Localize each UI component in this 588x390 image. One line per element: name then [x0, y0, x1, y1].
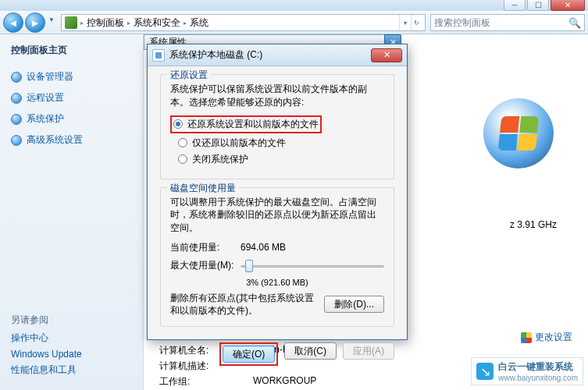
max-usage-label: 最大使用量(M): [170, 259, 241, 272]
watermark-icon: ↘ [476, 363, 494, 380]
close-button[interactable]: ✕ [551, 0, 585, 11]
sidebar-link-protection[interactable]: 系统保护 [11, 112, 132, 126]
link-label: 更改设置 [535, 331, 572, 344]
minimize-button[interactable]: ─ [504, 0, 526, 11]
max-usage-slider[interactable] [241, 259, 384, 273]
delete-description: 删除所有还原点(其中包括系统设置和以前版本的文件)。 [170, 292, 318, 317]
sidebar-footer-heading: 另请参阅 [11, 314, 132, 327]
dialog-close-button[interactable]: ✕ [371, 48, 402, 62]
info-value: WORKGROUP [253, 375, 316, 388]
radio-icon [173, 119, 183, 129]
info-label: 工作组: [159, 375, 253, 388]
refresh-button[interactable]: ↻ [411, 15, 422, 30]
sidebar-link-label: 远程设置 [27, 91, 64, 105]
back-button[interactable]: ◄ [3, 12, 23, 33]
group-description: 可以调整用于系统保护的最大磁盘空间。占满空间时，系统将删除较旧的还原点以便为新还… [170, 196, 384, 235]
radio-label: 仅还原以前版本的文件 [192, 136, 286, 150]
sidebar-link-label: 性能信息和工具 [11, 363, 77, 377]
radio-label: 还原系统设置和以前版本的文件 [187, 118, 319, 131]
shield-icon [11, 114, 22, 125]
forward-button[interactable]: ► [25, 12, 45, 33]
ok-button[interactable]: 确定(O) [223, 346, 275, 363]
change-settings-link[interactable]: 更改设置 [521, 331, 572, 344]
slider-thumb[interactable] [245, 260, 253, 272]
slider-caption: 3% (921.60 MB) [170, 278, 384, 287]
radio-disable-protection[interactable]: 关闭系统保护 [178, 153, 384, 166]
watermark-url: www.baiyunxitong.com [498, 374, 578, 382]
dialog-title-label: 系统保护本地磁盘 (C:) [169, 48, 262, 62]
protection-dialog: 系统保护本地磁盘 (C:) ✕ 还原设置 系统保护可以保留系统设置和以前文件版本… [147, 44, 408, 340]
uac-shield-icon [521, 332, 532, 343]
watermark-brand: 白云一键重装系统 [498, 360, 578, 374]
restore-settings-group: 还原设置 系统保护可以保留系统设置和以前文件版本的副本。选择您希望能够还原的内容… [160, 74, 394, 179]
sidebar-footer-windows-update[interactable]: Windows Update [11, 349, 132, 360]
sidebar-footer-perf-info[interactable]: 性能信息和工具 [11, 363, 132, 377]
disk-usage-group: 磁盘空间使用量 可以调整用于系统保护的最大磁盘空间。占满空间时，系统将删除较旧的… [160, 187, 394, 328]
cancel-button[interactable]: 取消(C) [284, 342, 337, 360]
breadcrumb-item[interactable]: 系统和安全 [134, 16, 180, 30]
highlight-box: 确定(O) [219, 342, 278, 366]
group-legend: 还原设置 [167, 69, 211, 82]
sidebar-link-label: 设备管理器 [27, 70, 73, 83]
cpu-ghz-text: z 3.91 GHz [510, 219, 557, 230]
sidebar-link-label: Windows Update [11, 349, 82, 360]
search-icon: 🔍 [568, 17, 581, 29]
radio-label: 关闭系统保护 [192, 153, 248, 166]
windows-logo [483, 98, 554, 168]
dialog-titlebar[interactable]: 系统保护本地磁盘 (C:) ✕ [148, 44, 407, 66]
sidebar-link-remote[interactable]: 远程设置 [11, 91, 132, 105]
window-titlebar: ─ ☐ ✕ [0, 0, 588, 11]
shield-icon [11, 93, 22, 104]
sidebar-footer-action-center[interactable]: 操作中心 [11, 332, 132, 345]
sidebar-link-label: 系统保护 [27, 112, 64, 126]
chevron-right-icon: ▸ [184, 20, 187, 27]
shield-icon [11, 135, 22, 146]
watermark: ↘ 白云一键重装系统 www.baiyunxitong.com [471, 357, 583, 385]
maximize-button[interactable]: ☐ [527, 0, 549, 11]
sidebar-link-label: 操作中心 [11, 332, 48, 345]
current-usage-label: 当前使用量: [170, 241, 241, 254]
shield-icon [11, 72, 22, 83]
apply-button: 应用(A) [343, 342, 394, 360]
breadcrumb[interactable]: ▸ 控制面板 ▸ 系统和安全 ▸ 系统 ▾ ↻ [61, 14, 426, 31]
radio-icon [178, 154, 187, 164]
control-panel-icon [65, 16, 77, 29]
breadcrumb-dropdown[interactable]: ▾ [399, 15, 410, 30]
dialog-button-row: 确定(O) 取消(C) 应用(A) [148, 342, 407, 375]
slider-track [241, 265, 384, 268]
radio-icon [178, 138, 187, 147]
chevron-right-icon: ▸ [80, 20, 84, 27]
radio-restore-all[interactable]: 还原系统设置和以前版本的文件 [173, 118, 319, 131]
radio-restore-files[interactable]: 仅还原以前版本的文件 [178, 136, 384, 150]
search-input[interactable]: 搜索控制面板 🔍 [430, 14, 585, 31]
current-usage-value: 694.06 MB [241, 242, 286, 253]
group-description: 系统保护可以保留系统设置和以前文件版本的副本。选择您希望能够还原的内容: [170, 83, 384, 109]
sidebar-link-advanced[interactable]: 高级系统设置 [11, 133, 132, 147]
search-placeholder: 搜索控制面板 [434, 16, 490, 30]
breadcrumb-item[interactable]: 系统 [190, 16, 208, 30]
highlight-box: 还原系统设置和以前版本的文件 [170, 115, 322, 133]
explorer-toolbar: ◄ ► ▼ ▸ 控制面板 ▸ 系统和安全 ▸ 系统 ▾ ↻ 搜索控制面板 🔍 [0, 11, 588, 34]
sidebar: 控制面板主页 设备管理器 远程设置 系统保护 高级系统设置 另请参阅 操作中心 … [0, 34, 144, 390]
sidebar-title: 控制面板主页 [11, 44, 132, 57]
sidebar-link-device-manager[interactable]: 设备管理器 [11, 70, 132, 83]
breadcrumb-item[interactable]: 控制面板 [87, 16, 124, 30]
group-legend: 磁盘空间使用量 [167, 182, 239, 195]
delete-button[interactable]: 删除(D)... [324, 296, 384, 313]
sidebar-link-label: 高级系统设置 [27, 133, 83, 147]
nav-history-dropdown[interactable]: ▼ [47, 12, 56, 27]
chevron-right-icon: ▸ [127, 20, 130, 27]
drive-icon [152, 49, 165, 62]
